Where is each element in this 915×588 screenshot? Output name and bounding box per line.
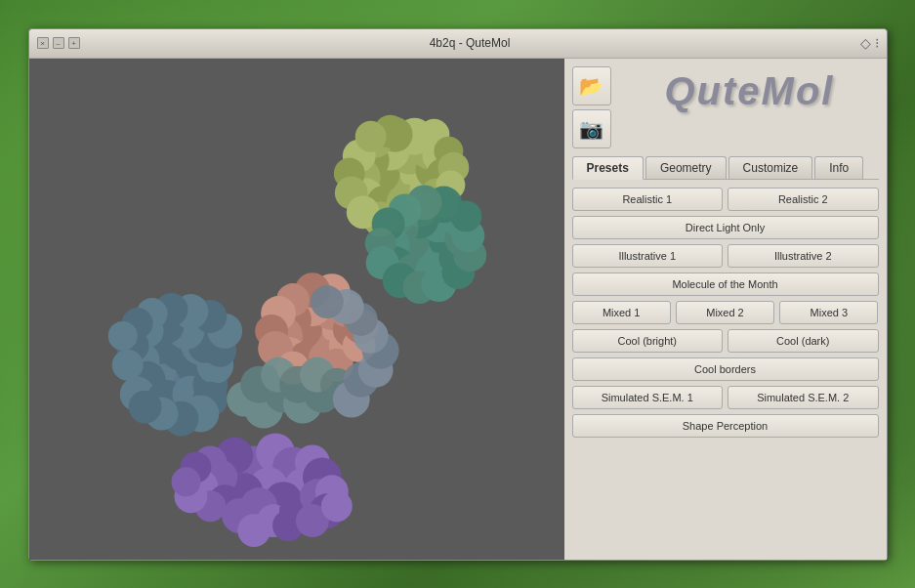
maximize-button[interactable]: + xyxy=(68,37,80,49)
svg-point-61 xyxy=(128,390,161,423)
svg-point-26 xyxy=(237,514,270,547)
svg-point-162 xyxy=(310,285,343,318)
tab-customize[interactable]: Customize xyxy=(728,156,813,179)
titlebar-action-1[interactable]: ◇ xyxy=(860,35,871,51)
icon-buttons: 📂 📷 xyxy=(572,66,611,148)
molecule-viewer xyxy=(29,59,564,560)
tab-info[interactable]: Info xyxy=(814,156,863,179)
app-window: × – + 4b2q - QuteMol ◇ ⁝ xyxy=(28,28,888,561)
preset-mixed2-button[interactable]: Mixed 2 xyxy=(676,301,774,324)
svg-point-48 xyxy=(111,349,143,380)
preset-row-0: Realistic 1 Realistic 2 xyxy=(572,188,879,211)
titlebar-actions: ◇ ⁝ xyxy=(860,35,879,51)
open-file-button[interactable]: 📂 xyxy=(572,66,611,105)
titlebar-action-2[interactable]: ⁝ xyxy=(875,35,879,51)
preset-row-2: Illustrative 1 Illustrative 2 xyxy=(572,244,879,268)
preset-cool-dark-button[interactable]: Cool (dark) xyxy=(728,329,879,353)
main-content: 📂 📷 QuteMol Presets Geometry Customize I… xyxy=(29,59,887,560)
preset-illustrative1-button[interactable]: Illustrative 1 xyxy=(572,244,724,268)
tab-presets[interactable]: Presets xyxy=(572,156,644,180)
titlebar: × – + 4b2q - QuteMol ◇ ⁝ xyxy=(29,29,887,59)
preset-molecule-month-button[interactable]: Molecule of the Month xyxy=(572,273,879,296)
preset-realistic2-button[interactable]: Realistic 2 xyxy=(728,188,879,211)
camera-button[interactable]: 📷 xyxy=(572,109,611,148)
preset-shape-perception-button[interactable]: Shape Perception xyxy=(572,414,879,438)
preset-sem2-button[interactable]: Simulated S.E.M. 2 xyxy=(728,386,879,409)
preset-mixed3-button[interactable]: Mixed 3 xyxy=(779,301,878,324)
minimize-button[interactable]: – xyxy=(53,37,64,49)
molecule-svg xyxy=(29,59,564,560)
preset-cool-borders-button[interactable]: Cool borders xyxy=(572,357,879,381)
svg-point-113 xyxy=(354,120,386,151)
svg-point-56 xyxy=(107,320,137,350)
tab-bar: Presets Geometry Customize Info xyxy=(572,156,879,180)
preset-direct-light-button[interactable]: Direct Light Only xyxy=(572,216,879,239)
preset-row-8: Shape Perception xyxy=(572,414,879,438)
preset-row-5: Cool (bright) Cool (dark) xyxy=(572,329,879,353)
presets-panel: Realistic 1 Realistic 2 Direct Light Onl… xyxy=(572,188,879,552)
preset-mixed1-button[interactable]: Mixed 1 xyxy=(572,301,671,324)
svg-point-29 xyxy=(320,490,352,522)
top-section: 📂 📷 QuteMol xyxy=(572,66,879,148)
svg-point-144 xyxy=(450,200,481,231)
titlebar-buttons: × – + xyxy=(37,37,80,49)
preset-row-1: Direct Light Only xyxy=(572,216,879,239)
svg-point-25 xyxy=(171,467,200,496)
preset-realistic1-button[interactable]: Realistic 1 xyxy=(572,188,724,211)
app-logo: QuteMol xyxy=(621,66,879,110)
preset-sem1-button[interactable]: Simulated S.E.M. 1 xyxy=(572,386,724,409)
preset-illustrative2-button[interactable]: Illustrative 2 xyxy=(728,244,879,268)
preset-row-6: Cool borders xyxy=(572,357,879,381)
preset-row-7: Simulated S.E.M. 1 Simulated S.E.M. 2 xyxy=(572,386,879,409)
window-title: 4b2q - QuteMol xyxy=(80,36,860,50)
preset-row-4: Mixed 1 Mixed 2 Mixed 3 xyxy=(572,301,879,324)
right-panel: 📂 📷 QuteMol Presets Geometry Customize I… xyxy=(564,59,887,560)
tab-geometry[interactable]: Geometry xyxy=(645,156,727,179)
preset-row-3: Molecule of the Month xyxy=(572,273,879,296)
close-button[interactable]: × xyxy=(37,37,49,49)
preset-cool-bright-button[interactable]: Cool (bright) xyxy=(572,329,724,353)
